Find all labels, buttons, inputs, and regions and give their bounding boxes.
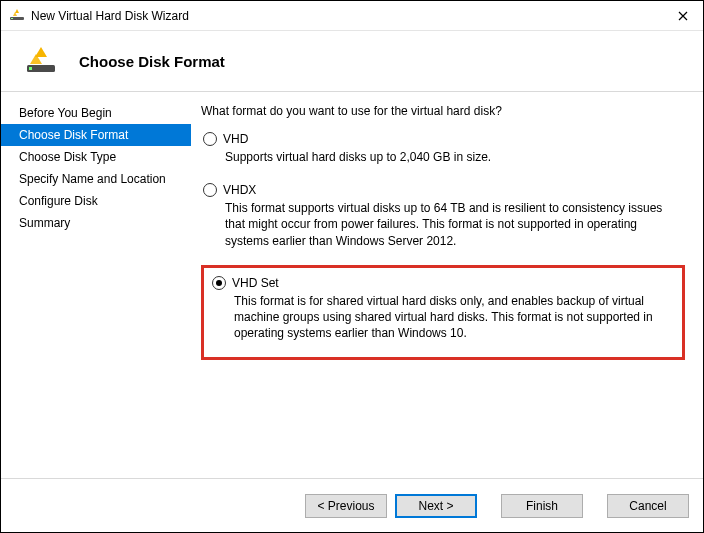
page-title: Choose Disk Format <box>79 53 225 70</box>
option-vhdx-label: VHDX <box>223 183 256 197</box>
step-specify-name-location[interactable]: Specify Name and Location <box>1 168 191 190</box>
step-choose-disk-format[interactable]: Choose Disk Format <box>1 124 191 146</box>
option-vhd-set-desc: This format is for shared virtual hard d… <box>234 293 674 342</box>
option-vhd-label: VHD <box>223 132 248 146</box>
svg-rect-3 <box>29 67 32 70</box>
finish-button[interactable]: Finish <box>501 494 583 518</box>
wizard-steps-sidebar: Before You Begin Choose Disk Format Choo… <box>1 92 191 478</box>
step-configure-disk[interactable]: Configure Disk <box>1 190 191 212</box>
step-summary[interactable]: Summary <box>1 212 191 234</box>
radio-vhd-set[interactable] <box>212 276 226 290</box>
wizard-footer: < Previous Next > Finish Cancel <box>1 478 703 532</box>
next-button[interactable]: Next > <box>395 494 477 518</box>
previous-button[interactable]: < Previous <box>305 494 387 518</box>
option-vhdx[interactable]: VHDX This format supports virtual disks … <box>201 181 685 255</box>
step-choose-disk-type[interactable]: Choose Disk Type <box>1 146 191 168</box>
option-vhd[interactable]: VHD Supports virtual hard disks up to 2,… <box>201 130 685 171</box>
wizard-content: What format do you want to use for the v… <box>191 92 703 478</box>
window-title: New Virtual Hard Disk Wizard <box>31 9 663 23</box>
svg-rect-1 <box>11 18 13 19</box>
radio-vhdx[interactable] <box>203 183 217 197</box>
titlebar: New Virtual Hard Disk Wizard <box>1 1 703 31</box>
app-icon <box>9 8 25 24</box>
wizard-header: Choose Disk Format <box>1 31 703 91</box>
radio-vhd[interactable] <box>203 132 217 146</box>
option-vhdx-desc: This format supports virtual disks up to… <box>225 200 683 249</box>
wizard-window: New Virtual Hard Disk Wizard Choose Disk… <box>0 0 704 533</box>
wizard-body: Before You Begin Choose Disk Format Choo… <box>1 92 703 478</box>
highlight-box: VHD Set This format is for shared virtua… <box>201 265 685 361</box>
option-vhd-set-label: VHD Set <box>232 276 279 290</box>
option-vhd-desc: Supports virtual hard disks up to 2,040 … <box>225 149 683 165</box>
step-before-you-begin[interactable]: Before You Begin <box>1 102 191 124</box>
format-prompt: What format do you want to use for the v… <box>201 104 685 118</box>
option-vhd-set[interactable]: VHD Set This format is for shared virtua… <box>210 274 676 348</box>
disk-wizard-icon <box>25 45 57 77</box>
cancel-button[interactable]: Cancel <box>607 494 689 518</box>
close-button[interactable] <box>663 1 703 31</box>
